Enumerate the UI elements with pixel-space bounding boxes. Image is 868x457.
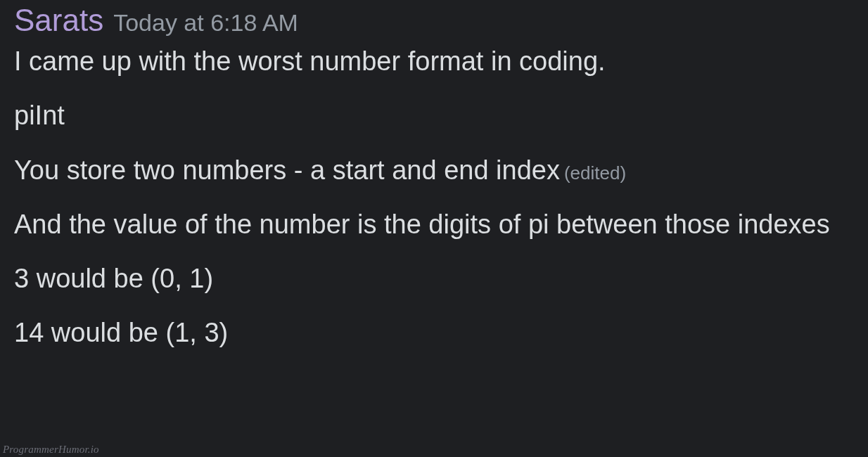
edited-indicator: (edited): [564, 162, 626, 184]
message-timestamp: Today at 6:18 AM: [113, 9, 298, 37]
message-text: You store two numbers - a start and end …: [14, 155, 560, 185]
message-text-line: I came up with the worst number format i…: [14, 44, 854, 79]
watermark-text: ProgrammerHumor.io: [3, 444, 99, 456]
message-text-line: piInt: [14, 98, 854, 134]
message-text-line: 14 would be (1, 3): [14, 315, 854, 351]
author-username[interactable]: Sarats: [14, 3, 103, 38]
message-text-line: 3 would be (0, 1): [14, 261, 854, 297]
message-text-line: You store two numbers - a start and end …: [14, 153, 854, 188]
message-text-line: And the value of the number is the digit…: [14, 207, 854, 243]
message-header: Sarats Today at 6:18 AM: [14, 3, 854, 38]
discord-message: Sarats Today at 6:18 AM I came up with t…: [0, 0, 868, 352]
